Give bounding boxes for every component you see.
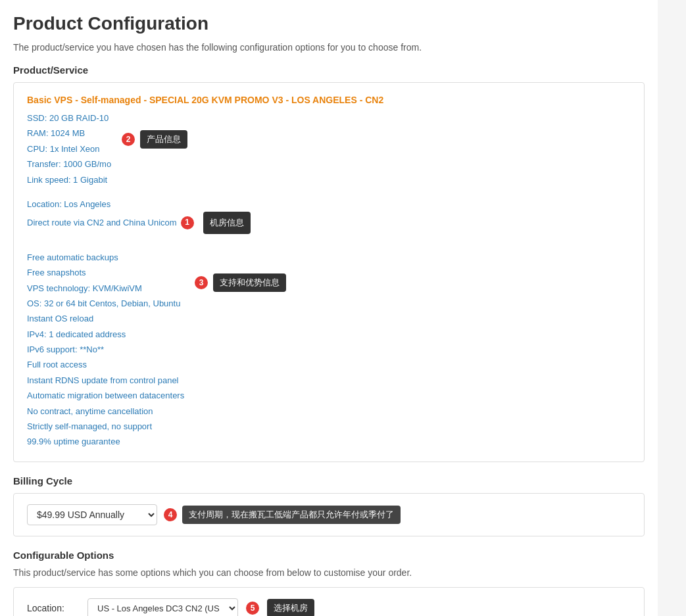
annotation-badge-5: 5	[246, 602, 259, 615]
spec-link: Link speed: 1 Gigabit	[27, 172, 111, 187]
spec-transfer: Transfer: 1000 GB/mo	[27, 156, 111, 172]
billing-cycle-select[interactable]: $49.99 USD Annually $14.99 USD Quarterly	[27, 504, 157, 525]
config-box: Location: US - Los Angeles DC3 CN2 (US U…	[13, 587, 645, 616]
billing-heading: Billing Cycle	[13, 475, 645, 486]
feature-vps-tech: VPS technology: KVM/KiwiVM	[27, 281, 184, 296]
page-intro: The product/service you have chosen has …	[13, 42, 645, 53]
product-features: Free automatic backups Free snapshots VP…	[27, 250, 184, 450]
spec-ssd: SSD: 20 GB RAID-10	[27, 110, 111, 126]
feature-os-reload: Instant OS reload	[27, 311, 184, 326]
feature-ipv6: IPv6 support: **No**	[27, 342, 184, 357]
location-line-1: Location: Los Angeles	[27, 197, 631, 212]
feature-backups: Free automatic backups	[27, 250, 184, 265]
feature-os: OS: 32 or 64 bit Centos, Debian, Ubuntu	[27, 296, 184, 311]
product-section-heading: Product/Service	[13, 64, 645, 76]
product-box: Basic VPS - Self-managed - SPECIAL 20G K…	[13, 82, 645, 462]
product-specs: SSD: 20 GB RAID-10 RAM: 1024 MB CPU: 1x …	[27, 110, 111, 187]
annotation-badge-3: 3	[195, 276, 208, 289]
annotation-tooltip-4: 支付周期，现在搬瓦工低端产品都只允许年付或季付了	[182, 506, 401, 524]
feature-root: Full root access	[27, 357, 184, 372]
annotation-tooltip-5: 选择机房	[267, 599, 314, 616]
annotation-badge-4: 4	[164, 508, 177, 521]
config-location-select[interactable]: US - Los Angeles DC3 CN2 (US US - Los An…	[87, 598, 238, 616]
feature-self-managed: Strictly self-managed, no support	[27, 419, 184, 434]
spec-cpu: CPU: 1x Intel Xeon	[27, 141, 111, 156]
annotation-badge-2: 2	[122, 133, 135, 146]
config-location-row: Location: US - Los Angeles DC3 CN2 (US U…	[27, 598, 631, 616]
annotation-tooltip-1: 机房信息	[203, 212, 251, 233]
location-line-2: Direct route via CN2 and China Unicom	[27, 215, 177, 230]
feature-ipv4: IPv4: 1 dedicated address	[27, 327, 184, 342]
feature-migration: Automatic migration between datacenters	[27, 388, 184, 403]
billing-annotation: 4 支付周期，现在搬瓦工低端产品都只允许年付或季付了	[164, 506, 401, 524]
configurable-section: Configurable Options This product/servic…	[13, 550, 645, 616]
annotation-tooltip-3: 支持和优势信息	[213, 273, 286, 292]
config-heading: Configurable Options	[13, 550, 645, 561]
product-name: Basic VPS - Self-managed - SPECIAL 20G K…	[27, 95, 631, 105]
config-intro: This product/service has some options wh…	[13, 567, 645, 578]
spec-ram: RAM: 1024 MB	[27, 126, 111, 141]
page-wrapper: Product Configuration The product/servic…	[0, 0, 658, 616]
billing-box: $49.99 USD Annually $14.99 USD Quarterly…	[13, 493, 645, 536]
feature-snapshots: Free snapshots	[27, 265, 184, 280]
annotation-badge-1: 1	[181, 216, 194, 229]
feature-rdns: Instant RDNS update from control panel	[27, 373, 184, 388]
feature-uptime: 99.9% uptime guarantee	[27, 434, 184, 449]
config-location-label: Location:	[27, 603, 80, 613]
product-location: Location: Los Angeles Direct route via C…	[27, 197, 631, 234]
annotation-tooltip-2: 产品信息	[140, 130, 187, 149]
feature-contract: No contract, anytime cancellation	[27, 404, 184, 419]
page-title: Product Configuration	[13, 13, 645, 34]
billing-section: Billing Cycle $49.99 USD Annually $14.99…	[13, 475, 645, 536]
